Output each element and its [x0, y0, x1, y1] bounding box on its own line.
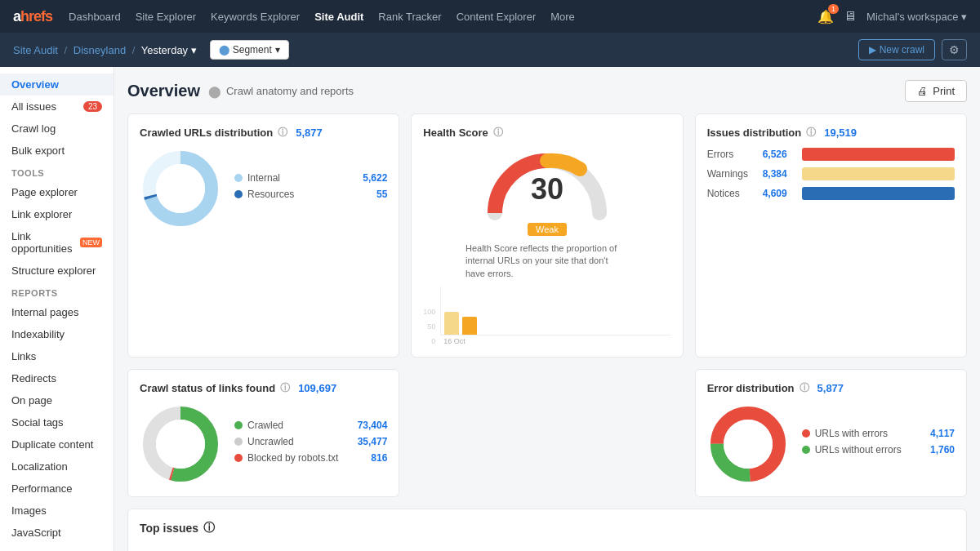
monitor-icon[interactable]: 🖥 — [844, 9, 857, 24]
error-distribution-count: 5,877 — [817, 382, 844, 394]
sidebar-item-javascript[interactable]: JavaScript — [0, 522, 114, 544]
crawled-urls-legend: Internal 5,622 Resources 55 — [234, 172, 387, 205]
nav-content-explorer[interactable]: Content Explorer — [457, 11, 537, 23]
crawl-status-card: Crawl status of links found ⓘ 109,697 — [127, 369, 399, 497]
sidebar-item-social-tags[interactable]: Social tags — [0, 411, 114, 433]
workspace-menu[interactable]: Michal's workspace ▾ — [866, 11, 967, 23]
health-bar-1 — [444, 312, 459, 335]
svg-point-3 — [156, 164, 205, 213]
blocked-dot — [234, 454, 243, 462]
col-crawled: Crawled — [444, 545, 522, 551]
errors-bar-row: Errors 6,526 — [707, 148, 955, 161]
health-score-card: Health Score ⓘ — [411, 113, 683, 358]
sidebar-item-on-page[interactable]: On page — [0, 389, 114, 411]
axis-100: 100 — [423, 308, 435, 316]
health-bar-label: 16 Oct — [440, 337, 670, 345]
issues-distribution-info-icon[interactable]: ⓘ — [806, 126, 816, 140]
col-change: Change — [522, 545, 596, 551]
axis-50: 50 — [427, 322, 435, 331]
breadcrumb-bar: Site Audit / Disneyland / Yesterday ▾ ⬤ … — [0, 33, 980, 67]
resources-dot — [234, 190, 243, 198]
breadcrumb-disneyland[interactable]: Disneyland — [74, 44, 126, 56]
error-distribution-info-icon[interactable]: ⓘ — [800, 381, 809, 395]
cards-row-2: Crawl status of links found ⓘ 109,697 — [127, 369, 967, 497]
sidebar-item-link-explorer[interactable]: Link explorer — [0, 203, 114, 225]
sidebar-item-crawl-log[interactable]: Crawl log — [0, 118, 114, 140]
sidebar-item-localization[interactable]: Localization — [0, 455, 114, 478]
error-distribution-card: Error distribution ⓘ 5,877 — [695, 369, 967, 497]
breadcrumb-sep2: / — [132, 44, 136, 56]
segment-button[interactable]: ⬤ Segment ▾ — [210, 40, 289, 60]
sidebar-item-redirects[interactable]: Redirects — [0, 367, 114, 389]
warnings-label: Warnings — [707, 168, 756, 180]
settings-button[interactable]: ⚙ — [942, 39, 967, 60]
nav-dashboard[interactable]: Dashboard — [69, 11, 121, 23]
nav-rank-tracker[interactable]: Rank Tracker — [378, 11, 441, 23]
top-issues-card: Top issues ⓘ Issue Crawled Change Added … — [127, 509, 967, 551]
crawl-status-legend: Crawled 73,404 Uncrawled 35,477 Blocked … — [234, 420, 387, 469]
crawl-anatomy-link[interactable]: ⬤ Crawl anatomy and reports — [208, 85, 354, 98]
legend-internal: Internal 5,622 — [234, 172, 387, 184]
crawl-status-count: 109,697 — [298, 382, 336, 394]
warnings-bar-row: Warnings 8,384 — [707, 167, 955, 180]
sidebar-item-css[interactable]: CSS — [0, 544, 114, 551]
sidebar-item-all-issues[interactable]: All issues 23 — [0, 96, 114, 118]
health-score-info-icon[interactable]: ⓘ — [493, 126, 503, 140]
legend-blocked: Blocked by robots.txt 816 — [234, 452, 387, 464]
crawled-urls-donut-section: Internal 5,622 Resources 55 — [140, 148, 387, 229]
crawl-status-donut — [140, 403, 221, 485]
legend-urls-with-errors: URLs with errors 4,117 — [802, 428, 955, 439]
issues-distribution-card: Issues distribution ⓘ 19,519 Errors 6,52… — [695, 113, 967, 358]
crawl-status-info-icon[interactable]: ⓘ — [280, 381, 290, 395]
nav-site-explorer[interactable]: Site Explorer — [136, 11, 196, 23]
crawled-urls-count: 5,877 — [296, 127, 323, 139]
no-errors-dot — [802, 446, 810, 454]
print-button[interactable]: 🖨 Print — [905, 80, 967, 102]
uncrawled-dot — [234, 438, 243, 446]
col-removed: Removed — [714, 545, 800, 551]
sidebar-item-link-opportunities[interactable]: Link opportunities NEW — [0, 225, 114, 260]
cards-row-1: Crawled URLs distribution ⓘ 5,877 — [127, 113, 967, 358]
breadcrumb-bar-right: ▶ New crawl ⚙ — [858, 39, 967, 60]
health-mini-chart: 100 50 0 16 Oct — [423, 287, 670, 345]
sidebar-item-images[interactable]: Images — [0, 500, 114, 522]
nav-more[interactable]: More — [550, 11, 575, 23]
col-issue: Issue — [140, 545, 444, 551]
notification-icon[interactable]: 🔔 1 — [817, 9, 834, 24]
top-nav: ahrefs Dashboard Site Explorer Keywords … — [0, 0, 980, 33]
notification-badge: 1 — [828, 4, 839, 14]
crawled-urls-info-icon[interactable]: ⓘ — [278, 126, 287, 140]
issues-distribution-count: 19,519 — [824, 127, 857, 139]
uncrawled-value: 35,477 — [358, 436, 388, 447]
col-added: Added — [596, 545, 662, 551]
top-nav-right: 🔔 1 🖥 Michal's workspace ▾ — [817, 9, 967, 24]
sidebar-item-performance[interactable]: Performance — [0, 478, 114, 500]
error-distribution-legend: URLs with errors 4,117 URLs without erro… — [802, 428, 955, 460]
errors-label: Errors — [707, 149, 756, 160]
top-issues-info-icon[interactable]: ⓘ — [203, 521, 215, 535]
sidebar-item-bulk-export[interactable]: Bulk export — [0, 140, 114, 162]
breadcrumb-yesterday[interactable]: Yesterday ▾ — [141, 44, 197, 56]
sidebar-item-internal-pages[interactable]: Internal pages — [0, 301, 114, 323]
page-title-area: Overview ⬤ Crawl anatomy and reports — [127, 82, 354, 100]
sidebar-item-duplicate-content[interactable]: Duplicate content — [0, 433, 114, 455]
sidebar-item-overview[interactable]: Overview — [0, 73, 114, 96]
nav-links: Dashboard Site Explorer Keywords Explore… — [69, 11, 801, 23]
sidebar-item-structure-explorer[interactable]: Structure explorer — [0, 260, 114, 282]
nav-site-audit[interactable]: Site Audit — [314, 11, 363, 23]
notices-value: 4,609 — [763, 188, 795, 199]
col-new: New — [662, 545, 714, 551]
breadcrumb-site-audit[interactable]: Site Audit — [13, 44, 58, 56]
sidebar-item-page-explorer[interactable]: Page explorer — [0, 181, 114, 203]
new-crawl-button[interactable]: ▶ New crawl — [858, 39, 935, 60]
urls-with-errors-value: 4,117 — [930, 428, 955, 439]
legend-resources: Resources 55 — [234, 189, 387, 200]
sidebar-item-indexability[interactable]: Indexability — [0, 323, 114, 345]
top-issues-table: Issue Crawled Change Added New Removed M… — [140, 545, 955, 551]
logo[interactable]: ahrefs — [13, 8, 52, 25]
reports-section-label: Reports — [0, 282, 114, 301]
internal-dot — [234, 174, 243, 182]
top-issues-title: Top issues ⓘ — [140, 521, 955, 535]
sidebar-item-links[interactable]: Links — [0, 345, 114, 367]
nav-keywords-explorer[interactable]: Keywords Explorer — [211, 11, 300, 23]
